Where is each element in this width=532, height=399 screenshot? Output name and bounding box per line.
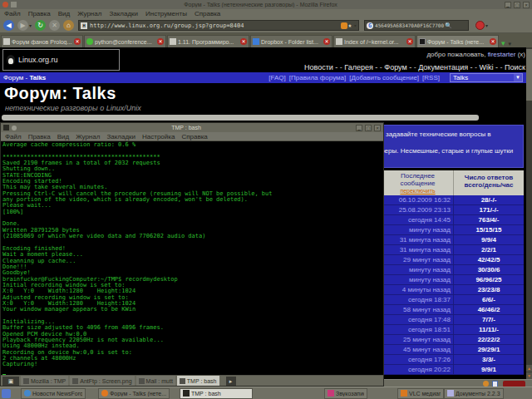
taskbar-button[interactable]: VLC медиапле... bbox=[397, 388, 444, 399]
konsole-tab[interactable]: AntFtp : Screen.png bbox=[70, 376, 134, 386]
forum-action-link[interactable]: [RSS] bbox=[422, 74, 440, 81]
menu-item[interactable]: Вид bbox=[57, 133, 69, 140]
reload-button[interactable]: ↻ bbox=[35, 20, 46, 31]
konsole-titlebar[interactable]: TMP : bash ▁ ▢ ✕ bbox=[1, 123, 383, 132]
status-orange-icon[interactable] bbox=[483, 381, 489, 387]
konsole-window-icon[interactable] bbox=[3, 125, 9, 131]
cell-last-message[interactable]: 25.08.2009 23:13 bbox=[382, 205, 454, 214]
cell-last-message[interactable]: 45 минут назад bbox=[382, 345, 454, 354]
rss-feed-icon[interactable] bbox=[341, 22, 347, 29]
scroll-up-icon[interactable]: ▲ bbox=[526, 365, 532, 372]
cell-last-message[interactable]: минуту назад bbox=[382, 275, 454, 284]
home-button[interactable]: ⌂ bbox=[63, 20, 74, 31]
url-bar[interactable]: H http://www.linux.org.ru/group.jsp?grou… bbox=[78, 20, 359, 31]
cell-last-message[interactable]: сегодня 18:37 bbox=[382, 295, 454, 304]
menu-item[interactable]: Файл bbox=[5, 133, 22, 140]
taskbar-button[interactable]: TMP : bash bbox=[180, 388, 253, 399]
forum-action-link[interactable]: [Правила форума] bbox=[289, 74, 346, 81]
menu-item[interactable]: Правка bbox=[28, 133, 51, 140]
scroll-down-icon[interactable]: ▼ bbox=[526, 372, 532, 379]
tab-close-icon[interactable]: ✕ bbox=[157, 38, 164, 45]
menu-item[interactable]: Справка bbox=[181, 133, 207, 140]
taskbar-button[interactable]: Звукозапись [xterm] bbox=[324, 388, 367, 399]
konsole-maximize-button[interactable]: ▢ bbox=[365, 125, 372, 131]
konsole-tab[interactable]: TMP : bash bbox=[177, 376, 219, 386]
minimize-button[interactable]: ▁ bbox=[505, 2, 511, 8]
google-icon[interactable]: G bbox=[367, 22, 373, 29]
menu-item[interactable]: Справка bbox=[195, 10, 220, 17]
site-logo[interactable]: Linux.org.ru bbox=[2, 49, 120, 71]
konsole-tab[interactable]: Mozilla : TMP bbox=[21, 376, 68, 386]
cell-last-message[interactable]: 29 минут назад bbox=[382, 255, 454, 264]
cell-last-message[interactable]: сегодня 20:22 bbox=[382, 365, 454, 374]
site-nav-link[interactable]: Галерея bbox=[340, 63, 373, 71]
cell-last-message[interactable]: минуту назад bbox=[382, 225, 454, 234]
new-session-button[interactable]: ▣ bbox=[2, 377, 19, 386]
browser-tab[interactable]: Dropbox - Folder list... ✕ bbox=[250, 35, 332, 47]
cell-last-message[interactable]: 31 минута назад bbox=[382, 245, 454, 254]
browser-tab[interactable]: Форум фанов Prolog... ✕ bbox=[1, 35, 83, 47]
taskbar-button[interactable]: Форум - Talks (нете... bbox=[98, 388, 170, 399]
cell-last-message[interactable]: сегодня 17:48 bbox=[382, 315, 454, 324]
taskbar-button[interactable]: Новости NewsForge... bbox=[21, 388, 86, 399]
site-nav-link[interactable]: Wiki bbox=[475, 63, 494, 71]
menu-item[interactable]: Правка bbox=[28, 10, 51, 17]
search-box[interactable]: G 456495A683470A0F16C7700 🔍 bbox=[364, 20, 469, 31]
menu-item[interactable]: Вид bbox=[58, 10, 70, 17]
chevron-down-icon[interactable]: ▼ bbox=[514, 74, 522, 81]
cell-last-message[interactable]: сегодня 18:51 bbox=[382, 325, 454, 334]
site-nav-link[interactable]: Документация bbox=[414, 63, 468, 71]
terminal-screen[interactable]: Average cache compression ratio: 0.6 %**… bbox=[1, 141, 383, 375]
menu-item[interactable]: Закладки bbox=[109, 10, 138, 17]
maximize-button[interactable]: ▢ bbox=[514, 2, 520, 8]
tab-close-icon[interactable]: ✕ bbox=[323, 38, 330, 45]
menu-item[interactable]: Инструменты bbox=[145, 10, 187, 17]
konsole-close-button[interactable]: ✕ bbox=[374, 125, 381, 131]
url-dropdown-icon[interactable]: ▾ bbox=[353, 22, 357, 28]
taskbar-button[interactable]: Документы 2.2.3 bbox=[444, 388, 504, 399]
all-tabs-arrow-icon[interactable]: ▾ bbox=[501, 39, 505, 47]
url-text[interactable]: http://www.linux.org.ru/group.jsp?group=… bbox=[90, 22, 339, 29]
cell-last-message[interactable]: сегодня 14:45 bbox=[382, 215, 454, 224]
konsole-tab[interactable]: Mail : mutt bbox=[136, 376, 175, 386]
cell-last-message[interactable]: 06.10.2009 16:32 bbox=[382, 195, 454, 204]
browser-tab[interactable]: Форум - Talks (нете... ✕ bbox=[416, 35, 499, 47]
close-button[interactable]: ✕ bbox=[523, 2, 530, 8]
search-icon[interactable]: 🔍 bbox=[445, 22, 452, 29]
adblock-button[interactable] bbox=[475, 21, 485, 30]
tab-overflow-icon[interactable]: ▾ bbox=[509, 41, 512, 47]
forum-action-link[interactable]: [Добавить сообщение] bbox=[349, 74, 419, 81]
tab-close-icon[interactable]: ✕ bbox=[240, 38, 247, 45]
menu-item[interactable]: Закладки bbox=[106, 133, 135, 140]
bookmark-star-icon[interactable]: ★ bbox=[348, 22, 352, 29]
cell-last-message[interactable]: 31 минута назад bbox=[382, 235, 454, 244]
search-input[interactable]: 456495A683470A0F16C7700 bbox=[375, 22, 444, 28]
browser-tab[interactable]: Index of /~kernel.or... ✕ bbox=[333, 35, 416, 47]
menu-item[interactable]: Журнал bbox=[77, 10, 101, 17]
cell-last-message[interactable]: 4 минуты назад bbox=[382, 285, 454, 294]
group-select[interactable]: Talks ▼ bbox=[450, 73, 523, 82]
cell-last-message[interactable]: 25 минут назад bbox=[382, 335, 454, 344]
tab-close-icon[interactable]: ✕ bbox=[406, 38, 413, 45]
stop-button[interactable]: ✕ bbox=[49, 20, 60, 31]
page-scrollbar[interactable]: ▲ ▼ bbox=[526, 47, 532, 379]
site-nav-link[interactable]: Форум bbox=[380, 63, 407, 71]
cell-last-message[interactable]: сегодня 17:26 bbox=[382, 355, 454, 364]
forum-action-link[interactable]: [FAQ] bbox=[268, 74, 285, 81]
back-button[interactable]: ◀ bbox=[3, 20, 14, 31]
app-launcher-icon[interactable] bbox=[2, 389, 11, 398]
history-dropdown-icon[interactable]: ▾ bbox=[29, 22, 32, 28]
browser-tab[interactable]: 1.11. Программиро... ✕ bbox=[167, 35, 249, 47]
logout-link[interactable]: (x) bbox=[515, 51, 525, 58]
menu-item[interactable]: Настройка bbox=[142, 133, 175, 140]
menu-item[interactable]: Журнал bbox=[76, 133, 100, 140]
scrollbar-thumb[interactable] bbox=[526, 49, 532, 101]
window-pin-icon[interactable] bbox=[11, 2, 17, 7]
firefox-titlebar[interactable]: Форум - Talks (нетехнические разговоры) … bbox=[0, 0, 532, 9]
tab-scroll-right-icon[interactable]: ▸ bbox=[226, 377, 236, 386]
site-nav-link[interactable]: Поиск bbox=[500, 63, 525, 71]
forward-button[interactable]: ▶ bbox=[17, 20, 28, 31]
window-menu-icon[interactable] bbox=[2, 2, 8, 7]
browser-tab[interactable]: python@conference... ✕ bbox=[84, 35, 166, 47]
adblock-dropdown-icon[interactable]: ▾ bbox=[485, 22, 488, 28]
